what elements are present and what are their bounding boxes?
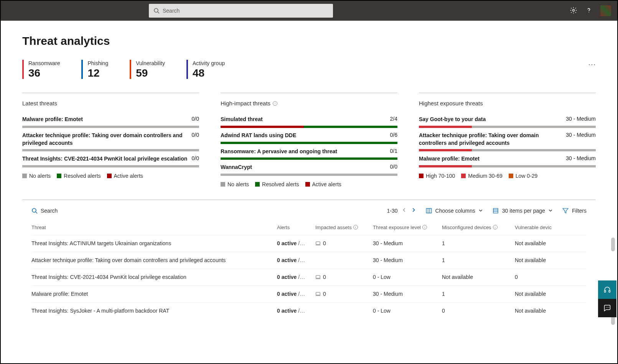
panel-title: Latest threats <box>22 100 199 107</box>
choose-columns-button[interactable]: Choose columns <box>425 207 483 214</box>
header-actions <box>570 5 611 16</box>
svg-marker-12 <box>563 208 568 213</box>
cell-exposure: 0 - Low <box>373 274 442 280</box>
pager-next-button[interactable] <box>411 207 416 214</box>
column-header[interactable]: Threat <box>31 225 277 230</box>
stat-card[interactable]: Vulnerability59 <box>130 60 165 79</box>
legend-item: No alerts <box>221 181 249 187</box>
cell-threat: Attacker technique profile: Taking over … <box>31 257 277 263</box>
column-header[interactable]: Vulnerable devic <box>515 225 576 230</box>
legend-swatch <box>255 182 260 187</box>
column-header[interactable]: Misconfigured devicesi <box>442 225 515 230</box>
stat-label: Vulnerability <box>136 60 165 67</box>
table-search-label: Search <box>41 208 58 214</box>
cell-exposure: 30 - Medium <box>373 291 442 297</box>
page-size-button[interactable]: 30 items per page <box>492 207 553 214</box>
settings-button[interactable] <box>570 7 577 15</box>
table-scroll[interactable]: ThreatAlertsImpacted assetsiThreat expos… <box>22 221 596 363</box>
legend-swatch <box>461 174 466 178</box>
cell-impacted-assets: 0 <box>315 240 373 246</box>
help-icon <box>585 7 593 14</box>
filters-button[interactable]: Filters <box>562 207 587 214</box>
cell-impacted-assets: 0 <box>315 274 373 280</box>
column-header[interactable]: Threat exposure leveli <box>373 225 442 230</box>
cell-misconfigured: 0 <box>442 308 515 314</box>
info-icon[interactable]: i <box>273 101 277 106</box>
threat-bar <box>419 149 596 151</box>
stat-value: 12 <box>87 67 108 79</box>
cell-alerts: 0 active /… <box>277 291 315 297</box>
table-row[interactable]: Threat Insights: CVE-2021-4034 PwnKit lo… <box>31 269 587 285</box>
threat-item[interactable]: Malware profile: Emotet0/0 <box>22 116 199 128</box>
chevron-down-icon <box>548 208 553 213</box>
avatar[interactable] <box>600 5 611 16</box>
cell-vulnerable: Not available <box>515 257 576 263</box>
column-header[interactable]: Impacted assetsi <box>315 225 373 230</box>
svg-point-22 <box>607 307 608 308</box>
feedback-button[interactable] <box>598 299 616 317</box>
stat-card[interactable]: Activity group48 <box>186 60 225 79</box>
table-row[interactable]: Attacker technique profile: Taking over … <box>31 252 587 269</box>
headphones-button[interactable] <box>598 280 616 299</box>
table-row[interactable]: Threat Insights: ACTINIUM targets Ukrain… <box>31 235 587 252</box>
stat-card[interactable]: Ransomware36 <box>22 60 60 79</box>
threat-bar <box>221 142 397 144</box>
page-title: Threat analytics <box>22 34 596 48</box>
svg-line-5 <box>36 212 37 213</box>
table-row[interactable]: Threat Insights: SysJoker - A multi-plat… <box>31 302 587 319</box>
stat-card[interactable]: Phishing12 <box>81 60 108 79</box>
info-icon[interactable]: i <box>422 225 427 230</box>
legend-label: Resolved alerts <box>64 173 101 179</box>
cell-exposure: 30 - Medium <box>373 257 442 263</box>
panel-title: High-impact threatsi <box>221 100 397 107</box>
table-header-row: ThreatAlertsImpacted assetsiThreat expos… <box>31 221 587 235</box>
headphones-icon <box>603 286 611 293</box>
svg-point-23 <box>608 307 609 308</box>
threat-item[interactable]: Adwind RAT lands using DDE0/6 <box>221 132 397 144</box>
threat-bar <box>419 165 596 167</box>
cell-alerts: 0 active /… <box>277 308 315 314</box>
legend-swatch <box>221 182 225 187</box>
threat-item[interactable]: WannaCrypt0/0 <box>221 164 397 176</box>
legend-item: Resolved alerts <box>57 173 101 179</box>
threat-bar <box>221 157 397 160</box>
threat-item[interactable]: Say Goot-bye to your data30 - Medium <box>419 116 596 128</box>
threat-name: Malware profile: Emotet <box>419 155 563 163</box>
cell-vulnerable: Not available <box>515 308 576 314</box>
threat-item[interactable]: Simulated threat2/4 <box>221 116 397 128</box>
column-header-label: Threat exposure level <box>373 225 421 230</box>
threat-item[interactable]: Malware profile: Emotet30 - Medium <box>419 155 596 167</box>
legend-item: Active alerts <box>305 181 341 187</box>
column-header[interactable]: Alerts <box>277 225 315 230</box>
threat-item[interactable]: Attacker technique profile: Taking over … <box>22 132 199 151</box>
column-header-label: Alerts <box>277 225 290 230</box>
chevron-left-icon <box>402 207 407 213</box>
threat-item[interactable]: Ransomware: A pervasive and ongoing thre… <box>221 148 397 160</box>
more-actions-button[interactable]: ⋯ <box>588 60 596 69</box>
table-row[interactable]: Malware profile: Emotet0 active /…030 - … <box>31 285 587 302</box>
svg-rect-20 <box>609 290 610 292</box>
cell-impacted-assets: 0 <box>315 291 373 297</box>
threat-value: 0/6 <box>390 132 397 138</box>
threat-bar <box>221 126 397 128</box>
legend-label: Active alerts <box>114 173 143 179</box>
legend-swatch <box>107 174 112 178</box>
pager-prev-button[interactable] <box>402 207 407 214</box>
table-search-button[interactable]: Search <box>31 208 58 214</box>
legend-label: Medium 30-69 <box>468 173 503 179</box>
info-icon[interactable]: i <box>493 225 498 230</box>
threat-item[interactable]: Attacker technique profile: Taking over … <box>419 132 596 151</box>
cell-threat: Malware profile: Emotet <box>31 291 277 297</box>
global-search-input[interactable]: Search <box>149 4 333 18</box>
column-header-label: Misconfigured devices <box>442 225 491 230</box>
help-button[interactable] <box>585 7 593 15</box>
side-floating-buttons <box>598 280 616 317</box>
threat-value: 0/0 <box>192 155 199 161</box>
threat-item[interactable]: Threat Insights: CVE-2021-4034 PwnKit lo… <box>22 155 199 167</box>
info-icon[interactable]: i <box>353 225 358 230</box>
threat-value: 0/0 <box>390 164 397 170</box>
legend-label: Resolved alerts <box>262 181 299 187</box>
threat-value: 2/4 <box>390 116 397 122</box>
legend-swatch <box>305 182 310 187</box>
legend-label: High 70-100 <box>426 173 455 179</box>
